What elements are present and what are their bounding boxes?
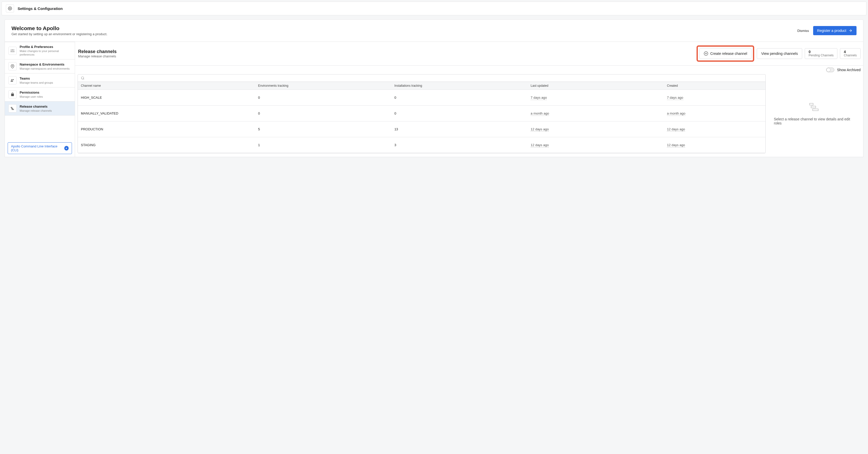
svg-point-19	[82, 77, 84, 79]
cell-updated: 12 days ago	[531, 143, 667, 147]
welcome-title: Welcome to Apollo	[11, 25, 107, 31]
arrow-right-icon	[848, 29, 852, 33]
settings-sidebar: Profile & Preferences Make changes to yo…	[5, 42, 75, 157]
cell-env: 1	[258, 143, 394, 147]
stat-channels: 4 Channels	[840, 48, 861, 59]
cell-inst: 0	[395, 111, 531, 115]
svg-rect-23	[813, 109, 818, 111]
cell-name: MANUALLY_VALIDATED	[81, 111, 258, 115]
cell-inst: 13	[395, 127, 531, 131]
stat-label: Channels	[844, 54, 857, 57]
register-product-button[interactable]: Register a product	[813, 26, 857, 35]
sidebar-item-label: Namespace & Environments	[20, 63, 70, 67]
welcome-actions: Dismiss Register a product	[797, 26, 857, 35]
welcome-subtitle: Get started by setting up an environment…	[11, 32, 107, 36]
channels-icon	[8, 104, 17, 112]
cell-created: 12 days ago	[667, 127, 763, 131]
cli-download-button[interactable]: Apollo Command Line Interface (CLI)	[8, 142, 72, 154]
view-pending-label: View pending channels	[761, 52, 798, 56]
cell-created: a month ago	[667, 111, 763, 115]
sidebar-item-desc: Manage teams and groups	[20, 81, 53, 85]
content-area: Release channels Manage release channels…	[75, 42, 863, 157]
col-environments: Environments tracking	[258, 84, 394, 88]
sidebar-item-teams[interactable]: Teams Manage teams and groups	[5, 73, 75, 88]
search-input[interactable]	[78, 74, 766, 82]
sidebar-item-desc: Manage release channels	[20, 109, 52, 112]
create-release-channel-label: Create release channel	[710, 52, 747, 56]
lock-icon	[8, 90, 17, 98]
location-icon	[8, 62, 17, 70]
sidebar-item-permissions[interactable]: Permissions Manage user roles	[5, 88, 75, 101]
svg-point-11	[12, 66, 13, 67]
col-channel-name: Channel name	[81, 84, 258, 88]
page-title: Settings & Configuration	[18, 6, 63, 11]
register-product-label: Register a product	[817, 29, 846, 33]
sidebar-item-desc: Make changes to your personal preference…	[20, 49, 71, 57]
content-title: Release channels	[78, 49, 117, 54]
welcome-text: Welcome to Apollo Get started by setting…	[11, 25, 107, 36]
cell-created: 7 days ago	[667, 96, 763, 99]
svg-rect-12	[11, 107, 12, 108]
stat-value: 0	[809, 50, 834, 54]
detail-placeholder-text: Select a release channel to view details…	[774, 117, 856, 125]
svg-rect-21	[810, 103, 813, 105]
download-icon	[64, 146, 69, 151]
cell-created: 12 days ago	[667, 143, 763, 147]
users-icon	[8, 76, 17, 85]
sidebar-item-desc: Manage namespaces and environments	[20, 67, 70, 70]
sidebar-item-release-channels[interactable]: Release channels Manage release channels	[5, 101, 75, 116]
sidebar-item-label: Teams	[20, 76, 53, 81]
cell-env: 0	[258, 111, 394, 115]
svg-rect-14	[12, 109, 14, 110]
sidebar-item-label: Profile & Preferences	[20, 45, 71, 49]
cell-inst: 3	[395, 143, 531, 147]
detail-pane: Select a release channel to view details…	[769, 74, 861, 153]
stat-label: Pending Channels	[809, 54, 834, 57]
view-pending-channels-button[interactable]: View pending channels	[757, 48, 802, 59]
sidebar-item-label: Permissions	[20, 91, 43, 95]
dismiss-link[interactable]: Dismiss	[797, 29, 809, 33]
table-row[interactable]: STAGING 1 3 12 days ago 12 days ago	[78, 137, 766, 153]
sidebar-item-label: Release channels	[20, 104, 52, 109]
sliders-icon	[8, 47, 17, 55]
search-icon	[81, 76, 85, 80]
cell-name: PRODUCTION	[81, 127, 258, 131]
welcome-banner: Welcome to Apollo Get started by setting…	[5, 20, 863, 42]
table-row[interactable]: MANUALLY_VALIDATED 0 0 a month ago a mon…	[78, 106, 766, 121]
cell-inst: 0	[395, 96, 531, 99]
svg-line-20	[84, 79, 84, 79]
gear-icon	[6, 4, 14, 12]
cell-name: STAGING	[81, 143, 258, 147]
create-release-channel-button[interactable]: Create release channel	[699, 48, 752, 59]
show-archived-row: Show Archived	[75, 66, 863, 74]
content-subtitle: Manage release channels	[78, 54, 117, 58]
cell-updated: 12 days ago	[531, 127, 667, 131]
table-row[interactable]: PRODUCTION 5 13 12 days ago 12 days ago	[78, 121, 766, 137]
svg-rect-22	[811, 106, 816, 108]
sidebar-item-namespace[interactable]: Namespace & Environments Manage namespac…	[5, 59, 75, 73]
sidebar-item-profile[interactable]: Profile & Preferences Make changes to yo…	[5, 42, 75, 59]
table-header-row: Channel name Environments tracking Insta…	[78, 82, 766, 90]
table-row[interactable]: HIGH_SCALE 0 0 7 days ago 7 days ago	[78, 90, 766, 106]
highlighted-action: Create release channel	[696, 45, 754, 62]
cell-env: 0	[258, 96, 394, 99]
cell-env: 5	[258, 127, 394, 131]
svg-rect-13	[11, 108, 13, 109]
channels-placeholder-icon	[809, 102, 820, 111]
stat-pending-channels: 0 Pending Channels	[805, 48, 837, 59]
cell-name: HIGH_SCALE	[81, 96, 258, 99]
show-archived-toggle[interactable]	[826, 68, 834, 72]
cell-updated: 7 days ago	[531, 96, 667, 99]
channels-table: Channel name Environments tracking Insta…	[78, 74, 766, 153]
col-last-updated: Last updated	[531, 84, 667, 88]
page-header: Settings & Configuration	[2, 2, 866, 15]
cell-updated: a month ago	[531, 111, 667, 115]
show-archived-label: Show Archived	[837, 68, 861, 72]
cli-label: Apollo Command Line Interface (CLI)	[11, 144, 64, 152]
col-created: Created	[667, 84, 763, 88]
stat-value: 4	[844, 50, 857, 54]
sidebar-item-desc: Manage user roles	[20, 95, 43, 98]
col-installations: Installations tracking	[395, 84, 531, 88]
plus-circle-icon	[704, 51, 708, 56]
content-header: Release channels Manage release channels…	[75, 42, 863, 66]
